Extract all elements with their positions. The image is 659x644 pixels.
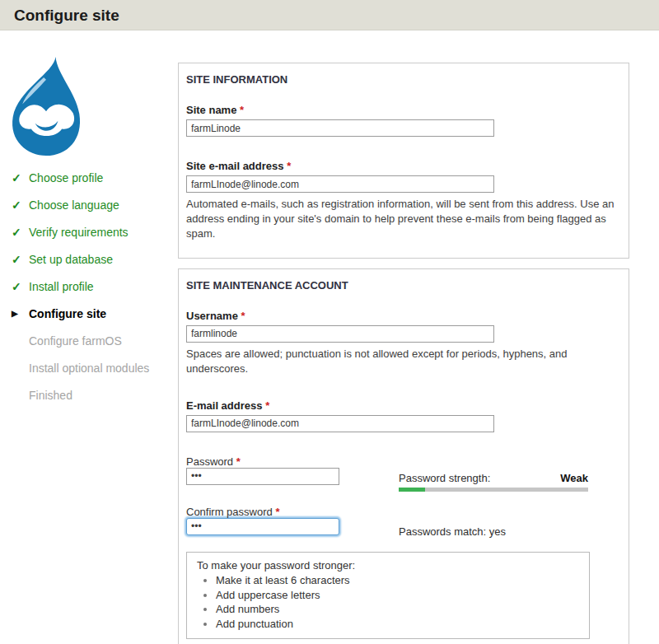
required-asterisk: *: [275, 506, 279, 518]
arrow-right-icon: ▶: [12, 306, 29, 320]
password-strength-header: Password strength: Weak: [399, 472, 588, 484]
required-asterisk: *: [265, 399, 269, 412]
password-input[interactable]: [186, 468, 339, 485]
task-label: Choose language: [29, 198, 119, 212]
site-name-label: Site name *: [186, 104, 616, 116]
account-email-field-group: E-mail address *: [186, 399, 616, 432]
site-maintenance-account-panel: SITE MAINTENANCE ACCOUNT Username * Spac…: [178, 268, 629, 644]
task-label: Configure site: [29, 306, 106, 321]
site-email-input[interactable]: [186, 175, 494, 193]
check-icon: ✓: [12, 252, 29, 267]
suggestion-item: Add uppercase letters: [216, 588, 581, 603]
password-strength-track: [399, 488, 588, 492]
password-suggestions-intro: To make your password stronger:: [197, 558, 581, 573]
site-name-field-group: Site name *: [186, 104, 616, 137]
password-strength-level: Weak: [560, 472, 588, 484]
password-suggestions-box: To make your password stronger: Make it …: [186, 552, 590, 640]
task-label: Choose profile: [29, 170, 103, 185]
main-content: SITE INFORMATION Site name * Site e-mail…: [178, 30, 629, 644]
site-information-legend: SITE INFORMATION: [186, 73, 616, 86]
passwords-match-status: Passwords match: yes: [399, 506, 588, 538]
label-text: Confirm password: [186, 506, 273, 518]
check-icon: ✓: [12, 170, 29, 185]
label-text: Username: [186, 310, 238, 322]
site-email-description: Automated e-mails, such as registration …: [186, 197, 616, 241]
task-configure-site: ▶ Configure site: [12, 306, 178, 321]
password-row: Password * Password strength: Weak: [186, 455, 616, 492]
password-strength-widget: Password strength: Weak: [399, 455, 588, 492]
account-email-label: E-mail address *: [186, 399, 616, 412]
task-choose-profile: ✓ Choose profile: [12, 170, 178, 185]
task-set-up-database: ✓ Set up database: [12, 252, 178, 267]
task-label: Install profile: [29, 279, 94, 294]
task-label: Configure farmOS: [29, 334, 122, 348]
task-install-optional-modules: Install optional modules: [12, 361, 178, 376]
required-asterisk: *: [241, 310, 245, 322]
check-icon: ✓: [12, 225, 29, 240]
task-label: Finished: [29, 388, 72, 403]
page-header: Configure site: [0, 0, 659, 30]
main-layout: ✓ Choose profile ✓ Choose language ✓ Ver…: [0, 30, 659, 644]
label-text: Site name: [186, 104, 236, 116]
task-choose-language: ✓ Choose language: [12, 198, 178, 212]
site-email-field-group: Site e-mail address * Automated e-mails,…: [186, 160, 616, 241]
username-description: Spaces are allowed; punctuation is not a…: [186, 347, 616, 376]
label-text: Site e-mail address: [186, 160, 284, 172]
task-label: Install optional modules: [29, 361, 149, 376]
confirm-password-row: Confirm password * Passwords match: yes: [186, 506, 616, 538]
confirm-password-input[interactable]: [186, 518, 339, 535]
password-field-group: Password *: [186, 455, 359, 492]
task-label: Set up database: [29, 252, 113, 267]
site-information-panel: SITE INFORMATION Site name * Site e-mail…: [178, 63, 629, 259]
site-maintenance-account-legend: SITE MAINTENANCE ACCOUNT: [186, 279, 616, 292]
required-asterisk: *: [287, 160, 291, 172]
required-asterisk: *: [236, 455, 241, 468]
username-field-group: Username * Spaces are allowed; punctuati…: [186, 310, 616, 376]
password-strength-label: Password strength:: [399, 472, 490, 484]
password-suggestions-list: Make it at least 6 characters Add upperc…: [197, 573, 581, 631]
account-email-input[interactable]: [186, 415, 494, 432]
install-tasks-list: ✓ Choose profile ✓ Choose language ✓ Ver…: [12, 170, 178, 403]
username-label: Username *: [186, 310, 616, 322]
label-text: E-mail address: [186, 399, 263, 412]
druplicon-icon: [7, 55, 86, 158]
confirm-password-label: Confirm password *: [186, 506, 279, 518]
page-title: Configure site: [14, 7, 645, 25]
sidebar: ✓ Choose profile ✓ Choose language ✓ Ver…: [0, 30, 178, 644]
suggestion-item: Add numbers: [216, 602, 581, 617]
suggestion-item: Make it at least 6 characters: [216, 573, 581, 588]
drupal-logo: [7, 55, 86, 161]
suggestion-item: Add punctuation: [216, 617, 581, 632]
check-icon: ✓: [12, 198, 29, 212]
task-configure-farmos: Configure farmOS: [12, 334, 178, 348]
task-finished: Finished: [12, 388, 178, 403]
required-asterisk: *: [240, 104, 244, 116]
check-icon: ✓: [12, 279, 29, 294]
task-install-profile: ✓ Install profile: [12, 279, 178, 294]
label-text: Password: [186, 455, 233, 468]
password-strength-fill: [399, 488, 425, 492]
password-label: Password *: [186, 455, 241, 468]
site-email-label: Site e-mail address *: [186, 160, 616, 172]
confirm-password-field-group: Confirm password *: [186, 506, 359, 538]
username-input[interactable]: [186, 325, 494, 343]
task-verify-requirements: ✓ Verify requirements: [12, 225, 178, 240]
site-name-input[interactable]: [186, 119, 494, 137]
task-label: Verify requirements: [29, 225, 129, 240]
